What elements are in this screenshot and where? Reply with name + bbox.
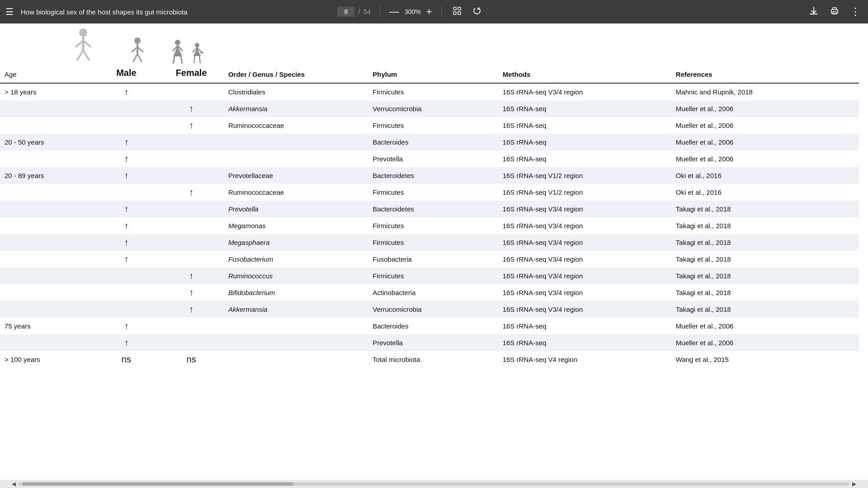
cell-female: ns <box>159 351 224 368</box>
cell-male: ns <box>94 351 159 368</box>
cell-male <box>94 184 159 201</box>
cell-order-genus-species <box>224 150 368 167</box>
svg-marker-19 <box>173 46 182 56</box>
cell-age: 75 years <box>0 318 94 334</box>
scrollbar-track[interactable] <box>19 482 849 486</box>
svg-line-23 <box>181 56 182 64</box>
cell-order-genus-species: Ruminococcaceae <box>224 117 368 134</box>
cell-age <box>0 251 94 267</box>
cell-phylum: Firmicutes <box>368 267 498 284</box>
separator-1 <box>380 6 380 17</box>
zoom-in-button[interactable]: + <box>426 7 432 17</box>
cell-age <box>0 234 94 251</box>
document-title: How biological sex of the host shapes it… <box>21 8 330 16</box>
cell-age <box>0 301 94 318</box>
table-row: > 18 years↑ClostridialesFirmicutes16S rR… <box>0 83 859 100</box>
scroll-left-button[interactable]: ◀ <box>9 481 19 487</box>
cell-age <box>0 217 94 234</box>
cell-age <box>0 150 94 167</box>
cell-male: ↑ <box>94 318 159 334</box>
cell-age: 20 - 89 years <box>0 167 94 184</box>
table-row: ↑MegasphaeraFirmicutes16S rRNA-seq V3/4 … <box>0 234 859 251</box>
cell-phylum: Prevotella <box>368 334 498 351</box>
cell-methods: 16S rRNA-seq <box>498 334 671 351</box>
fit-page-button[interactable] <box>451 5 463 19</box>
col-header-order-genus-species: Order / Genus / Species <box>224 64 368 83</box>
cell-female: ↑ <box>159 100 224 117</box>
page-separator: / <box>358 8 360 15</box>
total-pages: 54 <box>363 8 371 15</box>
cell-age <box>0 334 94 351</box>
female-figure-2 <box>190 42 204 64</box>
cell-female: ↑ <box>159 301 224 318</box>
table-row: ↑AkkermansiaVerrucomicrobia16S rRNA-seq … <box>0 301 859 318</box>
cell-phylum: Fusobacteria <box>368 251 498 267</box>
cell-female: ↑ <box>159 267 224 284</box>
table-row: ↑Prevotella16S rRNA-seqMueller et al., 2… <box>0 150 859 167</box>
print-icon <box>830 6 840 16</box>
cell-methods: 16S rRNA-seq <box>498 318 671 334</box>
print-button[interactable] <box>828 4 841 20</box>
table-row: 20 - 50 years↑Bacteroides16S rRNA-seqMue… <box>0 134 859 150</box>
table-row: ↑BifidobacteriumActinobacteria16S rRNA-s… <box>0 284 859 301</box>
more-options-button[interactable]: ⋮ <box>849 4 863 19</box>
cell-female <box>159 167 224 184</box>
svg-line-10 <box>77 51 83 61</box>
cell-female <box>159 217 224 234</box>
col-header-age: Age <box>0 64 94 83</box>
cell-age <box>0 184 94 201</box>
menu-icon[interactable]: ☰ <box>5 6 14 17</box>
cell-phylum: Bacteroidetes <box>368 201 498 217</box>
cell-phylum: Firmicutes <box>368 184 498 201</box>
cell-male: ↑ <box>94 217 159 234</box>
zoom-out-button[interactable]: — <box>389 7 399 17</box>
main-content: Sample <box>0 23 868 488</box>
cell-age <box>0 284 94 301</box>
scroll-right-button[interactable]: ▶ <box>849 481 859 487</box>
cell-order-genus-species: Ruminococcus <box>224 267 368 284</box>
table-container[interactable]: Age Male Female Order / Genus / Species … <box>0 64 868 480</box>
col-header-phylum: Phylum <box>368 64 498 83</box>
table-row: 20 - 89 years↑PrevotellaceaeBacteroidete… <box>0 167 859 184</box>
scrollbar-thumb[interactable] <box>22 482 293 486</box>
cell-male: ↑ <box>94 167 159 184</box>
cell-age <box>0 267 94 284</box>
cell-methods: 16S rRNA-seq <box>498 100 671 117</box>
cell-references: Takagi et al., 2018 <box>671 201 859 217</box>
cell-female: ↑ <box>159 284 224 301</box>
rotate-button[interactable] <box>471 5 483 19</box>
page-number-input[interactable] <box>337 7 354 17</box>
cell-male: ↑ <box>94 334 159 351</box>
cell-order-genus-species: Clostridiales <box>224 83 368 100</box>
cell-male: ↑ <box>94 201 159 217</box>
cell-male <box>94 301 159 318</box>
cell-phylum: Firmicutes <box>368 217 498 234</box>
cell-order-genus-species: Prevotella <box>224 201 368 217</box>
cell-order-genus-species <box>224 134 368 150</box>
cell-methods: 16S rRNA-seq <box>498 150 671 167</box>
zoom-value: 300% <box>403 8 423 15</box>
cell-age: 20 - 50 years <box>0 134 94 150</box>
cell-male: ↑ <box>94 150 159 167</box>
svg-line-11 <box>83 51 90 61</box>
data-table: Age Male Female Order / Genus / Species … <box>0 64 859 368</box>
scrollbar[interactable]: ◀ ▶ <box>0 480 868 488</box>
cell-references: Mueller et al., 2006 <box>671 134 859 150</box>
cell-methods: 16S rRNA-seq V3/4 region <box>498 284 671 301</box>
cell-phylum: Verrucomicrobia <box>368 301 498 318</box>
cell-references: Oki et al., 2016 <box>671 167 859 184</box>
cell-female: ↑ <box>159 117 224 134</box>
cell-order-genus-species <box>224 334 368 351</box>
download-button[interactable] <box>807 4 821 20</box>
table-row: ↑FusobacteriumFusobacteria16S rRNA-seq V… <box>0 251 859 267</box>
cell-age <box>0 117 94 134</box>
rotate-icon <box>472 6 481 15</box>
svg-rect-3 <box>458 12 461 14</box>
cell-references: Mueller et al., 2006 <box>671 334 859 351</box>
svg-point-12 <box>134 38 141 44</box>
cell-references: Oki et al., 2016 <box>671 184 859 201</box>
cell-methods: 16S rRNA-seq V3/4 region <box>498 251 671 267</box>
cell-female <box>159 251 224 267</box>
cell-references: Takagi et al., 2018 <box>671 267 859 284</box>
fit-icon <box>453 6 462 15</box>
